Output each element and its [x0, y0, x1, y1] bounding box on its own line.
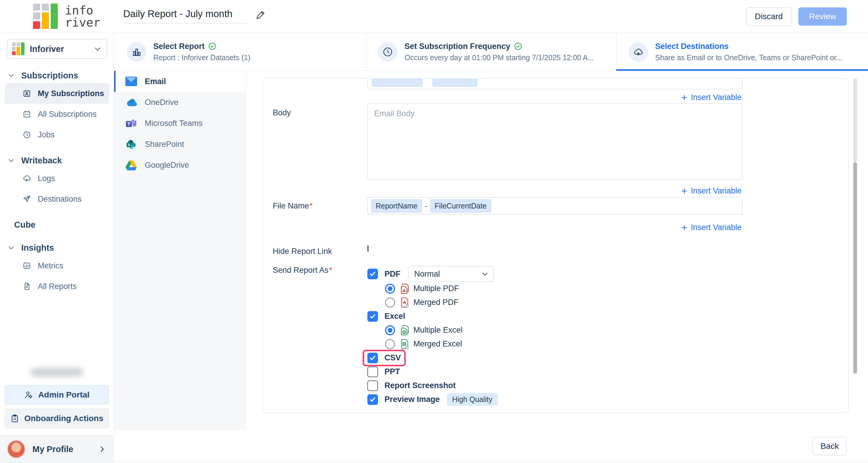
insert-variable-label: Insert Variable	[691, 186, 742, 195]
tab-email[interactable]: Email	[114, 71, 245, 92]
inforiver-logo-text: info river	[65, 4, 100, 29]
nav-group-cube[interactable]: Cube	[0, 217, 114, 233]
sidebar: Inforiver Subscriptions My Subscriptions…	[0, 33, 114, 463]
required-asterisk: *	[329, 266, 332, 275]
sidebar-item-all-subscriptions[interactable]: All Subscriptions	[0, 104, 114, 124]
report-screenshot-checkbox[interactable]	[367, 380, 378, 391]
preview-image-checkbox[interactable]	[367, 394, 378, 405]
sidebar-item-my-subscriptions[interactable]: My Subscriptions	[5, 83, 109, 104]
chevron-down-icon	[8, 72, 15, 79]
excel-checkbox[interactable]	[367, 311, 378, 322]
recipient-token-chip[interactable]	[433, 79, 477, 87]
preview-image-row: Preview Image High Quality	[367, 393, 498, 406]
plus-icon: +	[681, 92, 687, 102]
logo-line-1: info	[65, 4, 100, 17]
my-profile-label: My Profile	[32, 444, 98, 454]
email-destination-form: + Insert Variable Body + Insert Variable…	[262, 79, 848, 413]
onboarding-actions-button[interactable]: Onboarding Actions	[5, 409, 109, 428]
admin-portal-button[interactable]: Admin Portal	[5, 385, 109, 405]
review-button[interactable]: Review	[799, 7, 847, 26]
nav-group-label: Cube	[14, 220, 36, 230]
recipient-token-chip[interactable]	[372, 79, 423, 87]
sidebar-item-jobs[interactable]: Jobs	[0, 124, 114, 145]
insert-variable-link-body[interactable]: + Insert Variable	[681, 186, 742, 196]
chevron-right-icon	[98, 445, 106, 453]
completed-check-icon	[514, 42, 522, 51]
sidebar-item-logs[interactable]: Logs	[0, 168, 114, 189]
workspace-name: Inforiver	[30, 44, 90, 54]
back-button[interactable]: Back	[813, 437, 847, 455]
sidebar-item-label: My Subscriptions	[38, 89, 104, 98]
pdf-mode-select[interactable]: Normal	[408, 266, 494, 282]
file-token-filecurrentdate[interactable]: FileCurrentDate	[430, 199, 491, 213]
clipboard-list-icon	[10, 414, 20, 423]
metrics-chart-icon	[22, 261, 31, 270]
edit-title-icon[interactable]	[255, 9, 267, 20]
token-separator: -	[425, 202, 427, 210]
scrollbar-track[interactable]	[853, 78, 857, 162]
workspace-selector[interactable]: Inforiver	[7, 39, 107, 59]
merged-excel-radio[interactable]	[385, 339, 395, 349]
insert-variable-link-subject[interactable]: + Insert Variable	[681, 92, 742, 102]
completed-check-icon	[208, 42, 216, 51]
pdf-checkbox[interactable]	[367, 269, 378, 279]
report-title-input[interactable]: Daily Report - July month	[123, 8, 247, 23]
cloud-upload-icon	[629, 42, 648, 62]
app-screen: info river Daily Report - July month Dis…	[0, 0, 868, 463]
insert-variable-label: Insert Variable	[691, 223, 742, 232]
step-select-destinations[interactable]: Select Destinations Share as Email or to…	[629, 33, 842, 70]
tab-onedrive[interactable]: OneDrive	[114, 92, 245, 113]
body-field-label: Body	[273, 108, 291, 117]
required-asterisk: *	[310, 202, 313, 210]
step-divider	[366, 33, 366, 70]
multiple-pdf-radio[interactable]	[385, 284, 395, 294]
scrollbar-thumb[interactable]	[853, 162, 857, 374]
file-name-input[interactable]: ReportName - FileCurrentDate	[367, 197, 742, 214]
chevron-down-icon	[8, 157, 15, 164]
merged-pdf-label: Merged PDF	[413, 298, 459, 307]
tab-sharepoint[interactable]: S SharePoint	[114, 134, 245, 155]
sidebar-item-all-reports[interactable]: All Reports	[0, 276, 114, 297]
tab-googledrive[interactable]: GoogleDrive	[114, 155, 245, 176]
sidebar-item-label: Metrics	[38, 261, 63, 271]
workspace-logo-icon	[12, 42, 19, 49]
sidebar-item-destinations[interactable]: Destinations	[0, 189, 114, 209]
step-set-frequency[interactable]: Set Subscription Frequency Occurs every …	[378, 33, 594, 70]
step-title: Set Subscription Frequency	[404, 42, 510, 51]
tab-label: SharePoint	[145, 140, 184, 149]
excel-option-row: Excel	[367, 309, 498, 323]
file-token-reportname[interactable]: ReportName	[371, 199, 422, 213]
hide-report-link-label: Hide Report Link	[273, 247, 332, 256]
merged-pdf-radio[interactable]	[385, 298, 395, 308]
multiple-excel-radio[interactable]	[385, 325, 395, 335]
active-step-indicator	[616, 69, 868, 71]
report-screenshot-label: Report Screenshot	[384, 381, 456, 390]
redacted-text	[31, 368, 83, 377]
chevron-down-icon	[482, 271, 489, 278]
csv-checkbox[interactable]	[367, 353, 378, 363]
nav-group-subscriptions[interactable]: Subscriptions	[0, 68, 114, 83]
my-profile-row[interactable]: My Profile	[0, 435, 114, 463]
report-title-wrap: Daily Report - July month	[123, 8, 267, 23]
nav-group-insights[interactable]: Insights	[0, 240, 114, 255]
onboarding-actions-label: Onboarding Actions	[24, 414, 103, 423]
ppt-checkbox[interactable]	[367, 367, 378, 377]
csv-option-row: CSV	[367, 351, 498, 365]
inforiver-logo-icon	[33, 3, 60, 30]
multiple-excel-row: Multiple Excel	[385, 323, 498, 337]
excel-label: Excel	[384, 312, 405, 321]
merged-excel-row: Merged Excel	[385, 337, 498, 351]
email-icon	[125, 76, 137, 86]
tab-label: Email	[145, 77, 166, 86]
hide-report-link-checkbox[interactable]	[367, 245, 369, 252]
nav-group-writeback[interactable]: Writeback	[0, 153, 114, 168]
step-select-report[interactable]: Select Report Report : Inforiver Dataset…	[127, 33, 250, 70]
recipients-field-clipped[interactable]	[367, 79, 742, 89]
insert-variable-link-filename[interactable]: + Insert Variable	[681, 222, 742, 233]
email-body-textarea[interactable]	[367, 103, 742, 180]
sidebar-item-metrics[interactable]: Metrics	[0, 255, 114, 276]
step-divider	[616, 33, 617, 70]
tab-microsoft-teams[interactable]: Microsoft Teams	[114, 113, 245, 134]
discard-button[interactable]: Discard	[746, 7, 791, 26]
sidebar-item-label: Logs	[38, 174, 55, 183]
